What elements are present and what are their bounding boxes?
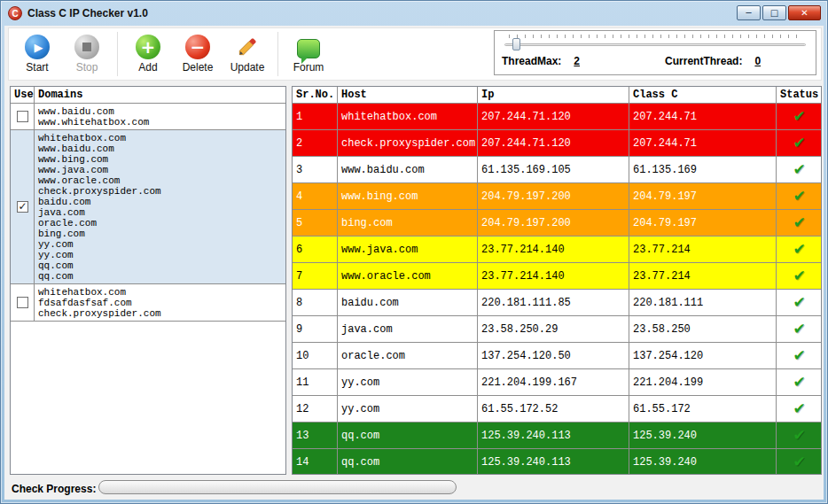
pencil-icon — [235, 35, 260, 59]
domain-line: fdsafdasfsaf.com — [38, 298, 282, 308]
threadmax-value: 2 — [574, 55, 580, 67]
domain-line: www.bing.com — [38, 154, 282, 165]
play-icon: ▶ — [25, 35, 50, 59]
domains-cell: whitehatbox.comwww.baidu.comwww.bing.com… — [35, 130, 286, 284]
status-check-icon: ✔ — [793, 426, 805, 444]
status-check-icon: ✔ — [793, 399, 805, 417]
cell-host: www.bing.com — [338, 183, 478, 210]
minimize-button[interactable]: ─ — [737, 5, 761, 20]
status-check-icon: ✔ — [793, 346, 805, 364]
result-row: 10oracle.com137.254.120.50137.254.120✔ — [293, 343, 823, 369]
cell-ip: 61.55.172.52 — [478, 396, 629, 423]
add-button[interactable]: + Add — [129, 35, 168, 74]
cell-class-c: 137.254.120 — [629, 343, 777, 369]
cell-class-c: 204.79.197 — [629, 210, 777, 236]
forum-button[interactable]: Forum — [289, 35, 328, 74]
check-progress-label: Check Progress: — [12, 483, 96, 495]
cell-ip: 125.39.240.113 — [478, 423, 629, 449]
cell-sr-no: 2 — [293, 130, 338, 157]
domain-line: www.oracle.com — [38, 175, 282, 186]
domain-group-row[interactable]: whitehatbox.comwww.baidu.comwww.bing.com… — [11, 130, 286, 284]
cell-status: ✔ — [777, 104, 823, 130]
slider-track — [504, 43, 806, 46]
domain-line: yy.com — [38, 250, 282, 260]
start-button[interactable]: ▶ Start — [18, 35, 57, 74]
cell-status: ✔ — [777, 396, 823, 423]
start-button-label: Start — [26, 61, 48, 74]
cell-sr-no: 11 — [293, 369, 338, 396]
status-check-icon: ✔ — [793, 240, 805, 258]
cell-sr-no: 4 — [293, 183, 338, 210]
result-row: 4www.bing.com204.79.197.200204.79.197✔ — [293, 183, 823, 210]
chat-bubble-icon — [296, 35, 321, 59]
cell-class-c: 23.77.214 — [629, 236, 777, 263]
domain-line: www.java.com — [38, 165, 282, 175]
result-row: 1whitehatbox.com207.244.71.120207.244.71… — [293, 104, 823, 130]
domain-line: baidu.com — [38, 197, 282, 207]
use-checkbox[interactable] — [17, 201, 28, 213]
threadmax-slider[interactable] — [502, 35, 808, 50]
cell-host: oracle.com — [338, 343, 478, 369]
slider-ticks — [509, 35, 801, 38]
titlebar: C Class C IP Checker v1.0 ─ □ ✕ — [1, 1, 827, 26]
cell-status: ✔ — [777, 183, 823, 210]
domains-table: UseDomains www.baidu.comwww.whitehatbox.… — [10, 86, 286, 322]
maximize-button[interactable]: □ — [762, 5, 786, 20]
client-area: ▶ Start Stop + Add − Delete — [4, 26, 824, 500]
cell-status: ✔ — [777, 263, 823, 290]
cell-sr-no: 8 — [293, 290, 338, 316]
cell-ip: 61.135.169.105 — [478, 157, 629, 183]
results-header-host: Host — [338, 87, 478, 104]
domain-group-row[interactable]: whitehatbox.comfdsafdasfsaf.comcheck.pro… — [11, 284, 286, 322]
stop-button-label: Stop — [76, 61, 98, 74]
toolbar-separator — [277, 32, 278, 76]
minus-icon: − — [185, 35, 210, 59]
use-checkbox[interactable] — [17, 111, 28, 122]
domain-line: java.com — [38, 207, 282, 218]
cell-host: yy.com — [338, 396, 478, 423]
cell-host: qq.com — [338, 423, 478, 449]
results-header-sr-no-: Sr.No. — [293, 87, 338, 104]
cell-status: ✔ — [777, 130, 823, 157]
cell-status: ✔ — [777, 449, 823, 476]
stop-button[interactable]: Stop — [67, 35, 106, 74]
cell-status: ✔ — [777, 157, 823, 183]
slider-thumb[interactable] — [512, 38, 520, 50]
results-header-status: Status — [777, 87, 823, 104]
domain-line: whitehatbox.com — [38, 287, 282, 298]
progress-bar — [98, 480, 457, 494]
status-check-icon: ✔ — [793, 160, 805, 178]
cell-ip: 221.204.199.167 — [478, 369, 629, 396]
domain-line: oracle.com — [38, 218, 282, 229]
status-check-icon: ✔ — [793, 213, 805, 231]
cell-ip: 23.58.250.29 — [478, 316, 629, 343]
domain-line: check.proxyspider.com — [38, 308, 282, 319]
cell-sr-no: 13 — [293, 423, 338, 449]
domain-line: qq.com — [38, 260, 282, 271]
threadmax-label: ThreadMax: — [502, 55, 561, 67]
delete-button[interactable]: − Delete — [178, 35, 217, 74]
status-check-icon: ✔ — [793, 187, 805, 205]
cell-sr-no: 7 — [293, 263, 338, 290]
result-row: 7www.oracle.com23.77.214.14023.77.214✔ — [293, 263, 823, 290]
cell-sr-no: 3 — [293, 157, 338, 183]
result-row: 14qq.com125.39.240.113125.39.240✔ — [293, 449, 823, 476]
close-button[interactable]: ✕ — [788, 5, 821, 20]
result-row: 3www.baidu.com61.135.169.10561.135.169✔ — [293, 157, 823, 183]
cell-host: www.baidu.com — [338, 157, 478, 183]
domain-line: www.baidu.com — [38, 106, 282, 117]
domain-line: www.whitehatbox.com — [38, 117, 282, 128]
plus-icon: + — [136, 35, 160, 59]
cell-ip: 220.181.111.85 — [478, 290, 629, 316]
domain-group-row[interactable]: www.baidu.comwww.whitehatbox.com — [11, 104, 286, 130]
result-row: 12yy.com61.55.172.5261.55.172✔ — [293, 396, 823, 423]
cell-class-c: 61.135.169 — [629, 157, 777, 183]
update-button[interactable]: Update — [228, 35, 267, 74]
cell-class-c: 220.181.111 — [629, 290, 777, 316]
domains-header-use: Use — [11, 87, 35, 104]
cell-class-c: 221.204.199 — [629, 369, 777, 396]
domain-line: check.proxyspider.com — [38, 186, 282, 197]
result-row: 5bing.com204.79.197.200204.79.197✔ — [293, 210, 823, 236]
cell-class-c: 207.244.71 — [629, 130, 777, 157]
use-checkbox[interactable] — [17, 297, 28, 308]
